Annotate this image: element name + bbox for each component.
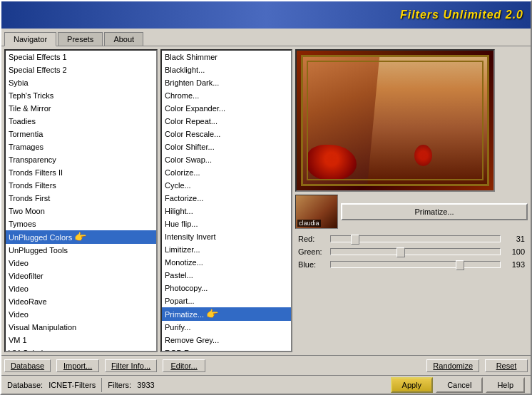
filter-item[interactable]: Brighten Dark...: [162, 76, 291, 89]
category-list[interactable]: Special Effects 1 Special Effects 2 Sybi…: [4, 49, 158, 352]
list-item[interactable]: Special Effects 1: [6, 51, 156, 63]
database-value: ICNET-Filters: [48, 381, 96, 389]
filter-item[interactable]: Monotize...: [162, 256, 291, 269]
cancel-button[interactable]: Cancel: [436, 377, 483, 393]
rgb-green-slider[interactable]: [330, 248, 501, 255]
main-content: Special Effects 1 Special Effects 2 Sybi…: [1, 46, 531, 355]
filter-info-button[interactable]: Filter Info...: [105, 359, 157, 372]
list-item[interactable]: Two Moon: [6, 205, 156, 217]
filter-item[interactable]: Intensity Invert: [162, 230, 291, 243]
list-item[interactable]: Transparency: [6, 153, 156, 166]
filter-item[interactable]: Purify...: [162, 321, 291, 334]
filter-item[interactable]: Remove Grey...: [162, 334, 291, 347]
title-bar-text: Filters Unlimited 2.0: [400, 9, 523, 21]
rgb-blue-row: Blue: 193: [298, 260, 525, 269]
list-item[interactable]: Tymoes: [6, 217, 156, 230]
filter-item[interactable]: Color Repeat...: [162, 115, 291, 128]
thumbnail: claudia: [295, 195, 338, 229]
right-info-panel: claudia Primatize... Red: 31 Green:: [295, 49, 528, 352]
title-bar: Filters Unlimited 2.0: [1, 1, 531, 29]
rgb-panel: Red: 31 Green: 100 Blue:: [295, 232, 528, 276]
list-item[interactable]: Tronds First: [6, 192, 156, 205]
help-button[interactable]: Help: [486, 377, 525, 393]
database-button[interactable]: Database: [4, 359, 51, 372]
filter-item[interactable]: Color Rescale...: [162, 128, 291, 140]
rgb-blue-slider[interactable]: [330, 261, 501, 268]
editor-button[interactable]: Editor...: [163, 359, 205, 372]
rgb-blue-value: 193: [503, 260, 525, 269]
rgb-green-value: 100: [503, 247, 525, 256]
tab-about[interactable]: About: [104, 32, 143, 46]
preview-image: [295, 49, 495, 192]
filter-item[interactable]: Color Expander...: [162, 102, 291, 115]
apply-button[interactable]: Apply: [391, 377, 434, 393]
list-item[interactable]: Toadies: [6, 115, 156, 128]
list-item[interactable]: Special Effects 2: [6, 63, 156, 76]
database-label: Database:: [7, 381, 43, 389]
list-item[interactable]: Tormentia: [6, 128, 156, 140]
list-item[interactable]: Tramages: [6, 140, 156, 153]
filter-item[interactable]: RGB Remove...: [162, 347, 291, 352]
filter-item[interactable]: Factorize...: [162, 192, 291, 205]
list-item[interactable]: VM Colorize: [6, 347, 156, 352]
filter-item[interactable]: Chrome...: [162, 89, 291, 102]
randomize-button[interactable]: Randomize: [426, 359, 479, 372]
list-item[interactable]: Visual Manipulation: [6, 321, 156, 334]
primatize-apply-button[interactable]: Primatize...: [341, 203, 528, 220]
filter-item[interactable]: Cycle...: [162, 179, 291, 192]
filters-label: Filters:: [108, 381, 131, 389]
list-item[interactable]: VideoRave: [6, 295, 156, 308]
reset-button[interactable]: Reset: [485, 359, 528, 372]
filter-item[interactable]: Blacklight...: [162, 63, 291, 76]
list-item[interactable]: Sybia: [6, 76, 156, 89]
list-item[interactable]: Video: [6, 257, 156, 270]
thumb-label: claudia: [297, 220, 321, 227]
tab-presets[interactable]: Presets: [58, 32, 103, 46]
list-item[interactable]: Tronds Filters: [6, 179, 156, 192]
import-button[interactable]: Import...: [56, 359, 99, 372]
tab-navigator[interactable]: Navigator: [4, 32, 56, 46]
filters-value: 3933: [137, 381, 154, 389]
rgb-green-row: Green: 100: [298, 247, 525, 256]
thumbnail-row: claudia Primatize...: [295, 195, 528, 229]
status-bar: Database: ICNET-Filters Filters: 3933 Ap…: [1, 375, 531, 394]
filter-item[interactable]: Black Shimmer: [162, 51, 291, 63]
list-item[interactable]: VM 1: [6, 334, 156, 347]
list-item[interactable]: Teph's Tricks: [6, 89, 156, 102]
filter-item[interactable]: Color Shifter...: [162, 140, 291, 153]
filter-item[interactable]: Photocopy...: [162, 282, 291, 294]
rgb-red-value: 31: [503, 235, 525, 243]
list-item[interactable]: Tile & Mirror: [6, 102, 156, 115]
filter-item[interactable]: Hue flip...: [162, 217, 291, 230]
list-item-unplugged-colors[interactable]: UnPlugged Colors 👉: [6, 230, 156, 244]
list-item[interactable]: Video: [6, 308, 156, 321]
filter-item[interactable]: Color Swap...: [162, 153, 291, 166]
rgb-red-row: Red: 31: [298, 235, 525, 243]
list-item[interactable]: Video: [6, 282, 156, 295]
separator: [101, 378, 102, 392]
list-item[interactable]: UnPlugged Tools: [6, 244, 156, 257]
list-item[interactable]: Videofilter: [6, 270, 156, 282]
rgb-red-slider[interactable]: [330, 235, 501, 242]
rgb-blue-label: Blue:: [298, 260, 330, 269]
rgb-red-label: Red:: [298, 235, 330, 243]
filter-item[interactable]: Colorize...: [162, 166, 291, 179]
filter-item[interactable]: Popart...: [162, 294, 291, 307]
list-item[interactable]: Tronds Filters II: [6, 166, 156, 179]
main-window: Filters Unlimited 2.0 Navigator Presets …: [0, 0, 532, 395]
rgb-green-label: Green:: [298, 247, 330, 256]
filter-list[interactable]: Black Shimmer Blacklight... Brighten Dar…: [160, 49, 292, 352]
action-buttons: Apply Cancel Help: [391, 377, 525, 393]
bottom-toolbar: Database Import... Filter Info... Editor…: [1, 355, 531, 375]
tabs-bar: Navigator Presets About: [1, 29, 531, 46]
filter-item-primatize[interactable]: Primatize... 👉: [162, 307, 291, 321]
filter-item[interactable]: Pastel...: [162, 269, 291, 282]
filter-item[interactable]: Limitizer...: [162, 243, 291, 256]
filter-item[interactable]: Hilight...: [162, 205, 291, 217]
